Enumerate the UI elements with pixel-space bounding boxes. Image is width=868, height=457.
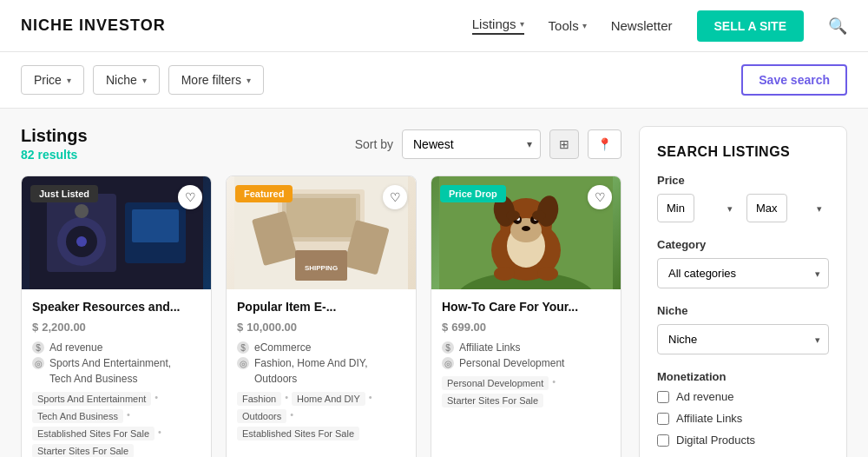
sort-row: Sort by Newest Oldest Price: Low to High…: [355, 129, 621, 159]
niche-item-3: ◎ Personal Development: [442, 357, 610, 369]
niche-item-2b: Outdoors: [237, 373, 405, 385]
affiliate-links-label[interactable]: Affiliate Links: [676, 412, 742, 425]
card-title-1: Speaker Resources and...: [32, 300, 201, 314]
niche-item-1: ◎ Sports And Entertainment,: [32, 357, 201, 369]
niche-filter-button[interactable]: Niche ▾: [93, 65, 160, 95]
digital-products-checkbox[interactable]: [657, 434, 669, 447]
sort-select[interactable]: Newest Oldest Price: Low to High Price: …: [402, 129, 541, 159]
category-select[interactable]: All categories: [657, 258, 829, 288]
svg-rect-7: [132, 209, 179, 242]
min-price-wrapper: Min: [657, 194, 740, 222]
tag-home: Home And DIY: [292, 392, 365, 406]
favorite-button-1[interactable]: ♡: [178, 185, 202, 209]
min-price-select[interactable]: Min: [657, 194, 694, 222]
logo: NICHE INVESTOR: [21, 17, 166, 35]
tag-4: Starter Sites For Sale: [32, 444, 134, 457]
listings-header: Listings 82 results Sort by Newest Oldes…: [21, 126, 621, 162]
monetization-item-1: $ Ad revenue: [32, 341, 201, 354]
digital-products-label[interactable]: Digital Products: [676, 434, 755, 447]
nav-listings[interactable]: Listings ▾: [472, 17, 524, 35]
chevron-down-icon: ▾: [142, 76, 147, 85]
monetization-item-3: $ Affiliate Links: [442, 341, 610, 354]
dollar-icon: $: [442, 321, 448, 334]
search-icon[interactable]: 🔍: [828, 17, 847, 36]
niche-section: Niche Niche: [657, 304, 829, 354]
niche-icon: ◎: [32, 357, 44, 369]
save-search-button[interactable]: Save search: [741, 64, 847, 96]
card-body-3: How-To Care For Your... $699.00 $ Affili…: [431, 289, 621, 418]
tag-starter: Starter Sites For Sale: [442, 394, 543, 407]
more-filters-button[interactable]: More filters ▾: [168, 65, 264, 95]
svg-point-26: [522, 226, 530, 231]
tag-3: Established Sites For Sale: [32, 427, 155, 440]
max-price-select[interactable]: Max: [746, 194, 787, 222]
card-tags-2: Fashion • Home And DIY • Outdoors • Esta…: [237, 392, 405, 440]
card-price-2: $10,000.00: [237, 319, 405, 334]
cards-grid: Just Listed ♡ Speaker Resources and... $…: [21, 176, 621, 457]
svg-text:SHIPPING: SHIPPING: [305, 264, 338, 272]
chevron-down-icon: ▾: [247, 76, 251, 85]
sidebar-panel: SEARCH LISTINGS Price Min Max: [639, 126, 847, 457]
card-title-2: Popular Item E-...: [237, 300, 405, 314]
grid-view-button[interactable]: ⊞: [549, 129, 579, 159]
category-section: Category All categories: [657, 238, 829, 288]
checkbox-affiliate-links: Affiliate Links: [657, 412, 829, 425]
svg-point-29: [506, 210, 520, 221]
svg-point-5: [75, 204, 89, 218]
affiliate-links-checkbox[interactable]: [657, 413, 669, 425]
checkbox-digital-products: Digital Products: [657, 434, 829, 447]
card-meta-1: $ Ad revenue ◎ Sports And Entertainment,…: [32, 341, 201, 385]
nav-newsletter[interactable]: Newsletter: [611, 18, 673, 33]
monetization-icon: $: [32, 341, 44, 354]
monetization-label: Monetization: [657, 370, 829, 383]
nav-tools[interactable]: Tools ▾: [549, 18, 587, 33]
chevron-down-icon: ▾: [67, 76, 71, 85]
tag-2: Tech And Business: [32, 409, 123, 423]
sort-select-wrapper: Newest Oldest Price: Low to High Price: …: [402, 129, 541, 159]
svg-point-32: [537, 267, 558, 281]
results-count: 82 results: [21, 148, 88, 162]
listings-title: Listings: [21, 126, 88, 146]
ad-revenue-checkbox[interactable]: [657, 391, 669, 403]
favorite-button-2[interactable]: ♡: [383, 185, 407, 209]
niche-icon: ◎: [237, 357, 249, 369]
price-label: Price: [657, 174, 829, 187]
listings-title-group: Listings 82 results: [21, 126, 88, 162]
sell-a-site-button[interactable]: SELL A SITE: [697, 10, 805, 42]
card-tags-3: Personal Development • Starter Sites For…: [442, 376, 610, 407]
listing-card-2: SHIPPING Featured ♡ Popular Item E-... $…: [226, 176, 417, 457]
favorite-button-3[interactable]: ♡: [588, 185, 612, 209]
map-view-button[interactable]: 📍: [588, 129, 621, 159]
price-filter-button[interactable]: Price ▾: [21, 65, 84, 95]
card-meta-3: $ Affiliate Links ◎ Personal Development: [442, 341, 610, 369]
listing-card-1: Just Listed ♡ Speaker Resources and... $…: [21, 176, 212, 457]
monetization-item-2: $ eCommerce: [237, 341, 405, 354]
card-badge-3: Price Drop: [440, 185, 506, 202]
card-price-3: $699.00: [442, 319, 610, 334]
card-tags-1: Sports And Entertainment • Tech And Busi…: [32, 392, 201, 457]
niche-select-wrapper: Niche: [657, 324, 829, 354]
svg-rect-11: [286, 198, 356, 237]
sidebar-title: SEARCH LISTINGS: [657, 144, 829, 160]
main-content: Listings 82 results Sort by Newest Oldes…: [0, 109, 868, 457]
niche-item-1b: Tech And Business: [32, 373, 201, 385]
filters-bar: Price ▾ Niche ▾ More filters ▾ Save sear…: [0, 52, 868, 109]
card-body-2: Popular Item E-... $10,000.00 $ eCommerc…: [227, 289, 416, 451]
tag-1: Sports And Entertainment: [32, 392, 151, 406]
card-badge-1: Just Listed: [30, 185, 98, 202]
card-image-3: Price Drop ♡: [431, 176, 621, 289]
card-badge-2: Featured: [235, 185, 293, 202]
niche-select[interactable]: Niche: [657, 324, 829, 354]
listings-area: Listings 82 results Sort by Newest Oldes…: [21, 126, 621, 457]
chevron-down-icon: ▾: [582, 21, 587, 30]
card-price-1: $2,200.00: [32, 319, 201, 334]
monetization-icon: $: [237, 341, 249, 354]
max-price-wrapper: Max: [746, 194, 829, 222]
niche-icon: ◎: [442, 357, 454, 369]
tag-personal-dev: Personal Development: [442, 376, 549, 390]
tag-fashion: Fashion: [237, 392, 281, 406]
svg-point-30: [532, 210, 546, 221]
ad-revenue-label[interactable]: Ad revenue: [676, 390, 734, 403]
search-sidebar: SEARCH LISTINGS Price Min Max: [639, 126, 847, 457]
price-row: Min Max: [657, 194, 829, 222]
